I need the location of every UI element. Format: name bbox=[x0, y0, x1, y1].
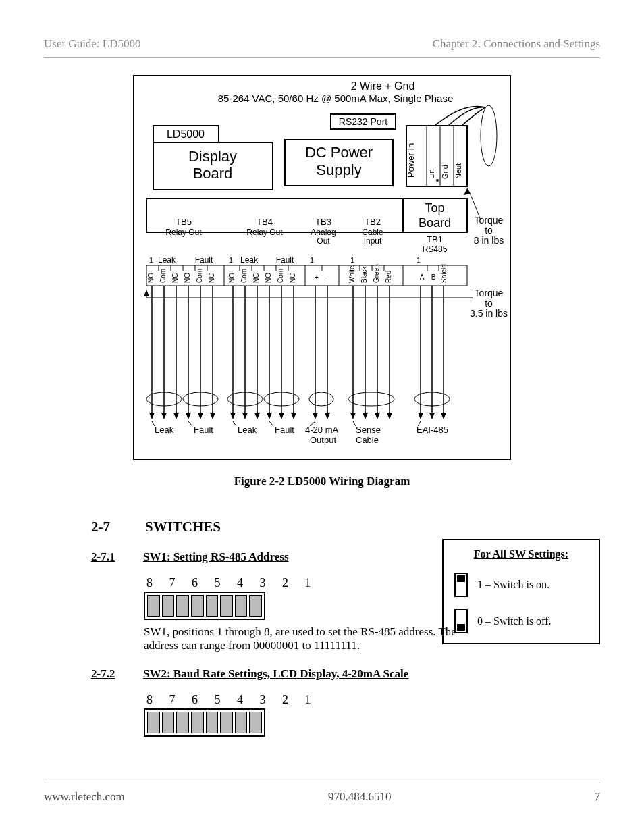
subsection-number: 2-7.2 bbox=[91, 667, 128, 681]
svg-text:Black: Black bbox=[360, 266, 368, 283]
fig-header-line2: 85-264 VAC, 50/60 Hz @ 500mA Max, Single… bbox=[218, 93, 453, 104]
svg-text:1: 1 bbox=[417, 256, 421, 264]
svg-text:Input: Input bbox=[364, 236, 382, 246]
svg-text:Leak: Leak bbox=[240, 255, 259, 265]
subsection-2-7-2: 2-7.2 SW2: Baud Rate Settings, LCD Displ… bbox=[91, 667, 600, 681]
svg-text:Leak: Leak bbox=[158, 255, 176, 265]
legend-row-on: 1 – Switch is on. bbox=[450, 573, 592, 597]
svg-text:NO: NO bbox=[265, 273, 272, 283]
svg-text:Board: Board bbox=[419, 216, 451, 230]
svg-text:NC: NC bbox=[208, 273, 215, 283]
svg-text:8 in lbs: 8 in lbs bbox=[474, 235, 504, 246]
svg-text:TB2: TB2 bbox=[365, 217, 381, 227]
svg-text:Shield: Shield bbox=[440, 264, 448, 283]
dip-switch-position bbox=[162, 712, 175, 733]
svg-text:B: B bbox=[431, 273, 436, 281]
svg-text:Leak: Leak bbox=[238, 425, 257, 435]
subsection-title: SW2: Baud Rate Settings, LCD Display, 4-… bbox=[143, 667, 408, 681]
svg-text:Display: Display bbox=[188, 148, 237, 165]
svg-text:Red: Red bbox=[385, 271, 392, 283]
svg-text:Out: Out bbox=[317, 236, 330, 246]
svg-text:A: A bbox=[420, 273, 425, 281]
svg-text:Output: Output bbox=[310, 435, 336, 445]
svg-text:NO: NO bbox=[184, 273, 191, 283]
svg-text:NC: NC bbox=[289, 273, 296, 283]
header-right: Chapter 2: Connections and Settings bbox=[433, 37, 600, 51]
wiring-diagram-figure: 2 Wire + Gnd 85-264 VAC, 50/60 Hz @ 500m… bbox=[44, 75, 600, 488]
dip-switch-position bbox=[206, 712, 219, 733]
fig-header-line1: 2 Wire + Gnd bbox=[351, 80, 415, 92]
svg-text:Com: Com bbox=[277, 269, 284, 283]
svg-text:RS485: RS485 bbox=[423, 244, 448, 254]
svg-text:to: to bbox=[485, 225, 493, 236]
svg-text:1: 1 bbox=[350, 256, 354, 264]
svg-text:Relay Out: Relay Out bbox=[246, 228, 283, 237]
svg-text:+: + bbox=[315, 273, 319, 281]
svg-text:Sense: Sense bbox=[356, 425, 381, 435]
svg-text:White: White bbox=[348, 265, 356, 283]
svg-text:Com: Com bbox=[240, 269, 248, 283]
svg-text:Torque: Torque bbox=[475, 215, 504, 226]
legend-on-text: 1 – Switch is on. bbox=[477, 579, 549, 591]
svg-text:Fault: Fault bbox=[275, 425, 294, 435]
svg-text:Relay Out: Relay Out bbox=[165, 228, 202, 237]
svg-text:3.5 in lbs: 3.5 in lbs bbox=[470, 308, 508, 319]
svg-text:to: to bbox=[485, 298, 493, 309]
svg-text:-: - bbox=[327, 273, 329, 281]
section-2-7: 2-7 SWITCHES bbox=[91, 519, 600, 536]
sw-legend-box: For All SW Settings: 1 – Switch is on. 0… bbox=[442, 539, 600, 644]
svg-text:Torque: Torque bbox=[475, 288, 504, 298]
page-footer: www.rletech.com 970.484.6510 7 bbox=[44, 783, 600, 804]
svg-text:1: 1 bbox=[229, 256, 233, 264]
sw1-body-text: SW1, positions 1 through 8, are used to … bbox=[144, 625, 488, 652]
svg-text:Fault: Fault bbox=[276, 255, 294, 265]
svg-text:Gnd: Gnd bbox=[441, 165, 449, 179]
section-title: SWITCHES bbox=[145, 519, 221, 536]
svg-point-18 bbox=[436, 179, 439, 182]
legend-switch-off-icon bbox=[454, 609, 468, 633]
svg-text:TB1: TB1 bbox=[427, 234, 443, 244]
svg-text:Neut: Neut bbox=[454, 163, 462, 179]
sw2-dip-body bbox=[144, 708, 265, 737]
dip-switch-position bbox=[206, 595, 219, 617]
header-left: User Guide: LD5000 bbox=[44, 37, 141, 51]
svg-text:Fault: Fault bbox=[194, 425, 213, 435]
dip-switch-position bbox=[147, 595, 160, 617]
dip-switch-position bbox=[235, 595, 248, 617]
svg-text:Analog: Analog bbox=[311, 228, 336, 237]
figure-caption: Figure 2-2 LD5000 Wiring Diagram bbox=[44, 475, 600, 488]
sw2-dip-labels: 8 7 6 5 4 3 2 1 bbox=[144, 693, 600, 707]
sw2-dip-diagram: 8 7 6 5 4 3 2 1 bbox=[144, 693, 600, 737]
svg-text:RS232 Port: RS232 Port bbox=[339, 116, 387, 127]
dip-switch-position bbox=[249, 712, 262, 733]
svg-text:EAI-485: EAI-485 bbox=[417, 425, 448, 435]
svg-text:DC Power: DC Power bbox=[305, 144, 373, 161]
svg-text:Leak: Leak bbox=[155, 425, 174, 435]
svg-text:Com: Com bbox=[159, 269, 167, 283]
legend-switch-on-icon bbox=[454, 573, 468, 597]
svg-text:NC: NC bbox=[252, 273, 260, 283]
dip-switch-position bbox=[176, 595, 189, 617]
wiring-diagram-svg: 2 Wire + Gnd 85-264 VAC, 50/60 Hz @ 500m… bbox=[133, 75, 511, 460]
dip-switch-position bbox=[235, 712, 248, 733]
svg-text:Lin: Lin bbox=[427, 169, 435, 179]
fig-ld5000: LD5000 bbox=[167, 128, 205, 140]
svg-text:TB3: TB3 bbox=[315, 217, 331, 227]
svg-text:Fault: Fault bbox=[195, 255, 213, 265]
dip-switch-position bbox=[176, 712, 189, 733]
legend-title: For All SW Settings: bbox=[450, 548, 592, 561]
svg-text:Supply: Supply bbox=[316, 161, 361, 178]
svg-text:Board: Board bbox=[193, 165, 233, 182]
subsection-title: SW1: Setting RS-485 Address bbox=[143, 550, 289, 564]
svg-text:NO: NO bbox=[228, 273, 236, 283]
svg-text:NO: NO bbox=[147, 273, 155, 283]
svg-text:NC: NC bbox=[171, 273, 179, 283]
svg-text:TB4: TB4 bbox=[257, 217, 273, 227]
dip-switch-position bbox=[249, 595, 262, 617]
footer-page-number: 7 bbox=[595, 790, 601, 804]
section-number: 2-7 bbox=[91, 519, 125, 536]
dip-switch-position bbox=[220, 712, 233, 733]
svg-text:1: 1 bbox=[149, 256, 153, 264]
footer-url: www.rletech.com bbox=[44, 790, 125, 804]
sw1-dip-body bbox=[144, 592, 265, 620]
